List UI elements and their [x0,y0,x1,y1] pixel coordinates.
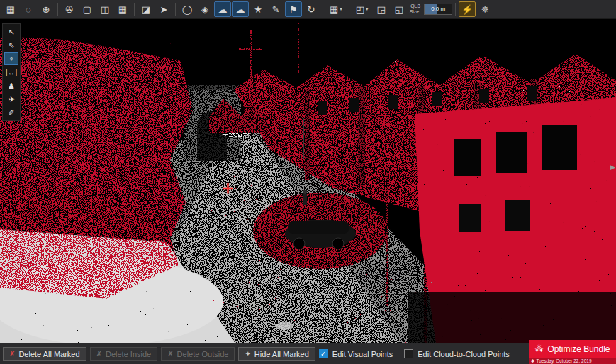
select-arrow-icon[interactable]: ↖ [4,25,18,38]
delete-all-marked-button[interactable]: ✗ Delete All Marked [3,347,86,361]
edit-cloud-to-cloud-label: Edit Cloud-to-Cloud Points [418,350,510,358]
hide-marked-icon: ✦ [245,350,250,358]
delete-all-marked-label: Delete All Marked [18,350,79,358]
toolbar-separator [455,3,456,16]
bottom-toolbar: ✗ Delete All Marked ✗ Delete Inside ✗ De… [0,343,616,364]
checkbox-checked-icon[interactable]: ✓ [319,349,328,358]
cloud-upload-icon[interactable]: ☁ [232,1,249,17]
chevron-down-icon: ▾ [340,6,342,12]
cube-menu-icon: ◰ [356,4,364,15]
checkbox-unchecked-icon[interactable] [404,349,413,358]
left-toolbar: ↖ ⇖ ⌖ |↔| ♟ ✈ ✐ [2,23,21,121]
pencil-icon[interactable]: ✎ [267,1,284,17]
delete-inside-icon: ✗ [96,350,102,358]
optimize-bundle-area: ⁂ Optimize Bundle ✱ Tuesday, October 22,… [529,340,616,364]
measure-distance-icon[interactable]: |↔| [4,66,18,79]
status-date-text: Tuesday, October 22, 2019 [536,358,591,364]
eraser-icon[interactable]: ◪ [138,1,155,17]
lasso-select-icon[interactable]: ◌ [20,1,37,17]
flashlight-icon[interactable]: ⚡ [459,1,476,17]
hide-all-marked-label: Hide All Marked [254,350,309,358]
orbit-circle-icon[interactable]: ◯ [179,1,196,17]
person-view-icon[interactable]: ♟ [4,79,18,92]
edit-visual-points-label: Edit Visual Points [332,350,393,358]
display-mode-icon: ▦ [330,4,338,15]
qlb-size-label-line2: Size: [410,9,421,15]
cube-menu-dropdown[interactable]: ◰ ▾ [352,1,372,17]
delete-inside-button[interactable]: ✗ Delete Inside [90,347,158,361]
optimize-bundle-button[interactable]: ⁂ Optimize Bundle [529,340,616,358]
point-cloud-canvas[interactable] [0,18,616,343]
delete-outside-button[interactable]: ✗ Delete Outside [161,347,235,361]
cloud-icon[interactable]: ☁ [214,1,231,17]
spray-icon[interactable]: ✵ [476,1,493,17]
toolbar-separator [134,3,135,16]
toolbar-separator [57,3,58,16]
tag-icon[interactable]: ◈ [196,1,213,17]
bundle-icon: ⁂ [534,344,543,354]
layout-split-icon[interactable]: ◫ [96,1,113,17]
qlb-size-label-line1: QLB [410,4,421,9]
select-arrow-alt-icon[interactable]: ⇖ [4,39,18,52]
fence-select-icon[interactable]: ▦ [2,1,19,17]
top-toolbar: ▦ ◌ ⊕ ✇ ▢ ◫ ▦ ◪ ➤ ◯ ◈ ☁ ☁ ★ ✎ ⚑ ↻ ▦ ▾ ◰ … [0,0,616,19]
location-pin-icon[interactable]: ⚑ [285,1,302,17]
edit-visual-points-checkbox[interactable]: ✓ Edit Visual Points [319,349,393,358]
viewport-3d: ↖ ⇖ ⌖ |↔| ♟ ✈ ✐ ▶ [0,18,616,343]
panel-expand-chevron[interactable]: ▶ [610,164,615,171]
layout-single-icon[interactable]: ▢ [79,1,96,17]
layout-grid-icon[interactable]: ▦ [114,1,131,17]
flythrough-icon[interactable]: ✈ [4,93,18,106]
delete-outside-label: Delete Outside [177,350,229,358]
display-mode-dropdown[interactable]: ▦ ▾ [326,1,346,17]
cube-m-icon[interactable]: ◱ [391,1,408,17]
mark-brush-icon[interactable]: ✐ [4,106,18,119]
star-icon[interactable]: ★ [250,1,267,17]
zoom-region-icon[interactable]: ⊕ [38,1,55,17]
cube-camera-icon[interactable]: ◲ [373,1,390,17]
check-glyph: ✓ [320,351,326,358]
qlb-size-label: QLB Size: [410,4,421,15]
chevron-down-icon: ▾ [366,6,369,12]
camera-icon[interactable]: ✇ [61,1,78,17]
pick-cursor-icon[interactable]: ➤ [155,1,172,17]
delete-outside-icon: ✗ [167,350,173,358]
toolbar-separator [323,3,323,16]
app-window: ▦ ◌ ⊕ ✇ ▢ ◫ ▦ ◪ ➤ ◯ ◈ ☁ ☁ ★ ✎ ⚑ ↻ ▦ ▾ ◰ … [0,0,616,364]
delete-inside-label: Delete Inside [106,350,151,358]
qlb-size-input[interactable]: 0.0 m [424,4,452,15]
status-date-strip: ✱ Tuesday, October 22, 2019 [529,358,616,364]
qlb-size-value: 0.0 m [425,4,452,13]
delete-marked-icon: ✗ [9,350,15,358]
rotate-user-icon[interactable]: ↻ [303,1,320,17]
calendar-icon: ✱ [531,358,534,364]
hide-all-marked-button[interactable]: ✦ Hide All Marked [238,347,315,361]
move-crosshair-icon[interactable]: ⌖ [4,52,18,65]
optimize-bundle-label: Optimize Bundle [547,344,610,354]
toolbar-separator [175,3,176,16]
toolbar-separator [349,3,349,16]
edit-cloud-to-cloud-checkbox[interactable]: Edit Cloud-to-Cloud Points [404,349,510,358]
